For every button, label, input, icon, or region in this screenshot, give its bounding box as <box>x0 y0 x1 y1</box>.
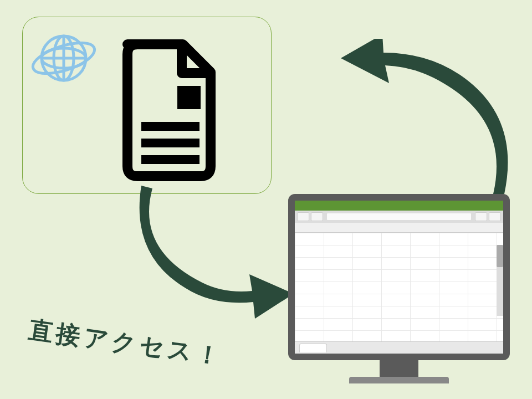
svg-rect-9 <box>141 155 200 164</box>
monitor-frame <box>288 194 510 360</box>
monitor-stand <box>380 360 418 377</box>
computer-with-spreadsheet <box>288 194 510 383</box>
toolbar-button <box>297 212 309 221</box>
toolbar-button <box>311 212 323 221</box>
monitor-screen <box>295 201 503 354</box>
scrollbar-thumb <box>497 245 503 267</box>
spreadsheet-titlebar <box>295 201 503 211</box>
svg-rect-7 <box>141 122 200 131</box>
arrow-computer-to-web <box>338 39 515 207</box>
sheet-tab <box>299 344 327 352</box>
document-icon <box>111 33 227 185</box>
spreadsheet-toolbar <box>295 211 503 223</box>
vertical-scrollbar <box>497 245 503 316</box>
arrow-web-to-computer <box>125 183 302 324</box>
column-headers <box>295 223 503 233</box>
spreadsheet-area <box>295 223 503 341</box>
svg-rect-6 <box>177 86 201 109</box>
toolbar-button <box>475 212 487 221</box>
cell-grid <box>295 233 503 341</box>
svg-rect-8 <box>141 139 200 147</box>
globe-icon <box>30 28 97 91</box>
toolbar-button <box>489 212 501 221</box>
sheet-tabs-bar <box>295 341 503 354</box>
monitor-base <box>349 377 449 383</box>
toolbar-address-bar <box>326 213 472 221</box>
